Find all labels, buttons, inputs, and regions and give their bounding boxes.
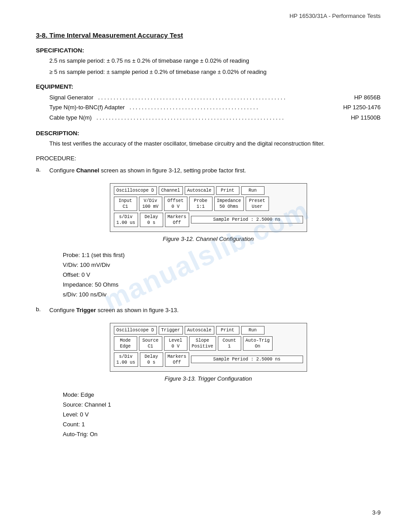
screen-row-313-1: ModeEdge SourceC1 Level0 V SlopePositive… bbox=[114, 336, 303, 351]
btn-slope-313[interactable]: SlopePositive bbox=[189, 336, 216, 351]
procedure-item-b: b. Configure Trigger screen as shown in … bbox=[36, 306, 381, 315]
btn-channel-312[interactable]: Channel bbox=[159, 186, 183, 195]
config-313-3: Count: 1 bbox=[63, 420, 381, 429]
btn-probe-312[interactable]: Probe1:1 bbox=[189, 197, 213, 211]
btn-impedance-312[interactable]: Impedance50 Ohms bbox=[214, 197, 244, 211]
btn-trigger-313[interactable]: Trigger bbox=[159, 326, 183, 335]
config-312-0: Probe: 1:1 (set this first) bbox=[63, 250, 381, 260]
description-text: This test verifies the accuracy of the m… bbox=[49, 139, 381, 149]
config-313-1: Source: Channel 1 bbox=[63, 400, 381, 410]
page-header: HP 16530/31A - Performance Tests bbox=[290, 13, 381, 19]
btn-delay-312[interactable]: Delay0 s bbox=[140, 213, 163, 227]
btn-oscilloscope-d-312[interactable]: Oscilloscope D bbox=[114, 186, 157, 195]
spec-line-2: ≥ 5 ns sample period: ± sample period ± … bbox=[49, 68, 381, 77]
btn-mode-313[interactable]: ModeEdge bbox=[114, 336, 137, 351]
screen-row-312-1: InputC1 V/Div100 mV Offset0 V Probe1:1 I… bbox=[114, 197, 303, 211]
btn-autoscale-313[interactable]: Autoscale bbox=[185, 326, 214, 335]
figure-313-caption: Figure 3-13. Trigger Configuration bbox=[165, 375, 252, 382]
config-313-4: Auto-Trig: On bbox=[63, 429, 381, 439]
config-313-2: Level: 0 V bbox=[63, 410, 381, 420]
figure-312: Oscilloscope D Channel Autoscale Print R… bbox=[110, 183, 307, 242]
btn-run-313[interactable]: Run bbox=[241, 326, 265, 335]
screen-row-312-0: Oscilloscope D Channel Autoscale Print R… bbox=[114, 186, 303, 195]
equipment-label: EQUIPMENT: bbox=[36, 83, 381, 90]
btn-print-312[interactable]: Print bbox=[216, 186, 239, 195]
btn-level-313[interactable]: Level0 V bbox=[164, 336, 187, 351]
btn-autotrig-313[interactable]: Auto-TrigOn bbox=[243, 336, 273, 351]
screen-mockup-313: Oscilloscope D Trigger Autoscale Print R… bbox=[110, 323, 307, 372]
btn-print-313[interactable]: Print bbox=[216, 326, 239, 335]
btn-autoscale-312[interactable]: Autoscale bbox=[185, 186, 214, 195]
equip-item-0: Signal Generator .......................… bbox=[49, 93, 381, 103]
btn-source-313[interactable]: SourceC1 bbox=[139, 336, 162, 351]
btn-count-313[interactable]: Count1 bbox=[218, 336, 241, 351]
btn-input-312[interactable]: InputC1 bbox=[114, 197, 137, 211]
config-312-4: s/Div: 100 ns/Div bbox=[63, 290, 381, 300]
btn-sdiv-312[interactable]: s/Div1.00 us bbox=[114, 213, 138, 227]
config-313-0: Mode: Edge bbox=[63, 390, 381, 400]
config-list-313: Mode: Edge Source: Channel 1 Level: 0 V … bbox=[63, 390, 381, 439]
btn-sdiv-313[interactable]: s/Div1.00 us bbox=[114, 352, 138, 367]
config-list-312: Probe: 1:1 (set this first) V/Div: 100 m… bbox=[63, 250, 381, 300]
btn-markers-313[interactable]: MarkersOff bbox=[165, 352, 189, 367]
figure-313: Oscilloscope D Trigger Autoscale Print R… bbox=[110, 323, 307, 382]
btn-offset-312[interactable]: Offset0 V bbox=[164, 197, 187, 211]
btn-markers-312[interactable]: MarkersOff bbox=[165, 213, 189, 227]
config-312-3: Impedance: 50 Ohms bbox=[63, 280, 381, 290]
screen-row-313-0: Oscilloscope D Trigger Autoscale Print R… bbox=[114, 326, 303, 335]
equipment-list: Signal Generator .......................… bbox=[49, 93, 381, 123]
screen-mockup-312: Oscilloscope D Channel Autoscale Print R… bbox=[110, 183, 307, 232]
section-title: 3-8. Time Interval Measurement Accuracy … bbox=[36, 31, 381, 39]
specification-label: SPECIFICATION: bbox=[36, 47, 381, 54]
btn-delay-313[interactable]: Delay0 s bbox=[140, 352, 163, 367]
procedure-label: PROCEDURE: bbox=[36, 155, 381, 162]
procedure-item-a: a. Configure Channel screen as shown in … bbox=[36, 166, 381, 175]
config-312-2: Offset: 0 V bbox=[63, 270, 381, 280]
proc-text-a: Configure Channel screen as shown in fig… bbox=[49, 166, 246, 175]
equip-item-1: Type N(m)-to-BNC(f) Adapter ............… bbox=[49, 103, 381, 113]
spec-line-1: 2.5 ns sample period: ± 0.75 ns ± 0.2% o… bbox=[49, 56, 381, 66]
screen-row-312-2: s/Div1.00 us Delay0 s MarkersOff Sample … bbox=[114, 213, 303, 227]
btn-vdiv-312[interactable]: V/Div100 mV bbox=[139, 197, 162, 211]
figure-312-caption: Figure 3-12. Channel Configuration bbox=[163, 236, 254, 242]
page-number: 3-9 bbox=[372, 509, 381, 516]
proc-text-b: Configure Trigger screen as shown in fig… bbox=[49, 306, 178, 315]
config-312-1: V/Div: 100 mV/Div bbox=[63, 260, 381, 270]
description-label: DESCRIPTION: bbox=[36, 130, 381, 137]
page: HP 16530/31A - Performance Tests 3-8. Ti… bbox=[0, 0, 412, 532]
screen-row-313-2: s/Div1.00 us Delay0 s MarkersOff Sample … bbox=[114, 352, 303, 367]
display-sample-period-312: Sample Period : 2.5000 ns bbox=[191, 216, 303, 223]
display-sample-period-313: Sample Period : 2.5000 ns bbox=[191, 356, 303, 363]
btn-preset-312[interactable]: PresetUser bbox=[246, 197, 269, 211]
equip-item-2: Cable type N(m) ........................… bbox=[49, 113, 381, 123]
btn-run-312[interactable]: Run bbox=[241, 186, 265, 195]
btn-oscilloscope-d-313[interactable]: Oscilloscope D bbox=[114, 326, 157, 335]
